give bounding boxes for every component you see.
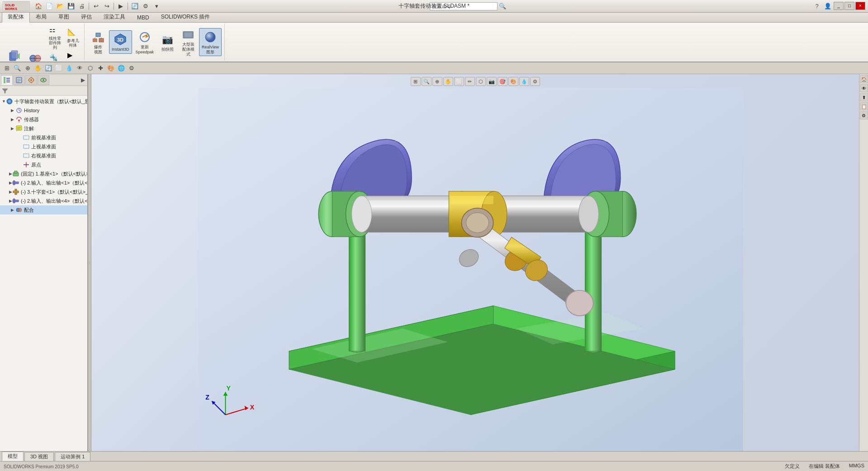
config-tab[interactable]: [25, 75, 37, 85]
redo-btn[interactable]: ↪: [102, 2, 112, 11]
scene-btn[interactable]: 🌐: [116, 64, 126, 73]
explode-view-btn[interactable]: 爆炸视图: [88, 28, 108, 57]
help-btn[interactable]: ?: [812, 2, 822, 11]
tab-sketch[interactable]: 草图: [52, 11, 75, 22]
section-view-btn[interactable]: ⬡: [85, 64, 95, 73]
tab-mbd[interactable]: MBD: [131, 13, 155, 22]
vp-zoom2-btn[interactable]: ⊕: [432, 77, 442, 86]
vp-zoom-btn[interactable]: 🔍: [422, 77, 432, 86]
tree-sensors[interactable]: ▶ 传感器: [0, 115, 87, 124]
mate-btn[interactable]: 配合: [25, 49, 45, 62]
tree-root[interactable]: ▼ 十字轴套传动装置（默认<默认_显示状态: [0, 97, 87, 106]
mates-expander: ▶: [9, 208, 15, 212]
root-expander: ▼: [2, 99, 6, 104]
tab-layout[interactable]: 布局: [30, 11, 52, 22]
tab-assembly[interactable]: 装配体: [2, 11, 30, 23]
rotate-btn[interactable]: 🔄: [43, 64, 53, 73]
search-icon[interactable]: 🔍: [498, 2, 508, 11]
instant3d-btn[interactable]: 3D Instant3D: [109, 30, 132, 54]
save-btn[interactable]: 💾: [66, 2, 76, 11]
front-plane-label: 前视基准面: [31, 134, 56, 141]
dropdown-btn[interactable]: ▾: [152, 2, 161, 11]
new-motion-btn[interactable]: ▶ 新建运动算例: [64, 50, 81, 62]
svg-text:Y: Y: [226, 384, 231, 391]
reference-geometry-btn[interactable]: 📐 参考几何体: [64, 27, 81, 49]
tree-right-plane[interactable]: 右视基准面: [0, 151, 87, 160]
appearance-btn[interactable]: 🎨: [106, 64, 116, 73]
insert-part-btn[interactable]: 插入零部件: [5, 47, 24, 62]
options-qa-btn[interactable]: ⚙: [141, 2, 151, 11]
tab-render[interactable]: 渲染工具: [98, 11, 131, 22]
vp-target-btn[interactable]: 🎯: [498, 77, 508, 86]
rs-up-btn[interactable]: ⬆: [860, 93, 868, 101]
history-label: History: [24, 108, 39, 113]
root-icon: [6, 98, 13, 105]
panel-expand-btn[interactable]: ▶: [79, 76, 86, 84]
annotations-expander: ▶: [9, 126, 15, 131]
tree-part4[interactable]: ▶ (-) 2.输入、输出轴<4>（默认<默: [0, 196, 87, 205]
vp-display-btn[interactable]: ⬡: [476, 77, 486, 86]
close-btn[interactable]: ×: [855, 2, 865, 10]
vp-fit-btn[interactable]: ⊞: [411, 77, 421, 86]
fit-all-btn[interactable]: ⊞: [2, 64, 12, 73]
select-btn[interactable]: ▶: [116, 2, 126, 11]
minimize-btn[interactable]: _: [834, 2, 844, 10]
display-tab[interactable]: [38, 75, 49, 85]
tab-evaluate[interactable]: 评估: [75, 11, 98, 22]
tab-3dview[interactable]: 3D 视图: [24, 452, 54, 461]
view-orient-btn[interactable]: ⬜: [54, 64, 64, 73]
3d-model-view: X Y Z: [91, 88, 850, 451]
vp-appear-btn[interactable]: 💧: [519, 77, 529, 86]
svg-rect-22: [6, 80, 10, 81]
linear-array-btn[interactable]: ⚏ 线性零部件阵列: [46, 24, 63, 52]
tab-motion[interactable]: 运动算例 1: [55, 452, 90, 461]
vp-color-btn[interactable]: 🎨: [508, 77, 518, 86]
rebuild-btn[interactable]: 🔄: [130, 2, 140, 11]
property-tab[interactable]: [13, 75, 25, 85]
rs-view-btn[interactable]: 👁: [860, 84, 868, 92]
rs-prop-btn[interactable]: 📋: [860, 102, 868, 110]
account-btn[interactable]: 👤: [823, 2, 833, 11]
tree-front-plane[interactable]: 前视基准面: [0, 133, 87, 142]
pan-btn[interactable]: ✋: [33, 64, 43, 73]
vp-pan-btn[interactable]: ✋: [443, 77, 453, 86]
tree-part1[interactable]: ▶ (固定) 1.基座<1>（默认<默认>_显: [0, 169, 87, 178]
tree-annotations[interactable]: ▶ 注解: [0, 124, 87, 133]
hide-show-btn[interactable]: 👁: [75, 64, 85, 73]
print-btn[interactable]: 🖨: [77, 2, 87, 11]
display-style-btn[interactable]: 💧: [64, 64, 74, 73]
tree-part3[interactable]: ▶ (-) 3.十字套<1>（默认<默认>_显: [0, 187, 87, 196]
feature-tree-tab[interactable]: [1, 75, 13, 85]
realview-btn[interactable]: RealView图形: [199, 28, 222, 57]
home-btn[interactable]: 🏠: [33, 2, 43, 11]
undo-btn[interactable]: ↩: [91, 2, 101, 11]
viewport[interactable]: ⊞ 🔍 ⊕ ✋ ⬜ ✏ ⬡ 📷 🎯 🎨 💧 ⚙: [91, 74, 859, 451]
vp-settings-btn[interactable]: ⚙: [530, 77, 540, 86]
snapshot-btn[interactable]: 📷 拍快照: [157, 30, 177, 54]
zoom2-btn[interactable]: ⊕: [23, 64, 33, 73]
rs-config-btn[interactable]: ⚙: [860, 111, 868, 119]
speedpak-btn[interactable]: 更新Speedpak: [133, 28, 157, 57]
view-settings-btn[interactable]: ⚙: [127, 64, 137, 73]
tree-history[interactable]: ▶ History: [0, 106, 87, 115]
panel-resize-handle[interactable]: ⋮: [88, 74, 91, 451]
rs-home-btn[interactable]: 🏠: [860, 75, 868, 83]
temp-axes-btn[interactable]: ✚: [95, 64, 105, 73]
zoom-btn[interactable]: 🔍: [12, 64, 22, 73]
vp-sketch-btn[interactable]: ✏: [465, 77, 475, 86]
bottom-tab-bar: 模型 3D 视图 运动算例 1: [0, 451, 868, 461]
vp-camera-btn[interactable]: 📷: [487, 77, 497, 86]
tab-plugins[interactable]: SOLIDWORKS 插件: [155, 11, 216, 22]
tree-mates[interactable]: ▶ 配合: [0, 205, 87, 214]
new-btn[interactable]: 📄: [44, 2, 54, 11]
tree-top-plane[interactable]: 上视基准面: [0, 142, 87, 151]
large-assembly-btn[interactable]: 大型装配体模式: [178, 25, 198, 58]
smart-fastener-btn[interactable]: 🔩 智能扣件: [46, 52, 63, 62]
restore-btn[interactable]: □: [844, 2, 854, 10]
svg-point-53: [25, 164, 27, 166]
tree-part2[interactable]: ▶ (-) 2.输入、输出轴<1>（默认<默: [0, 178, 87, 187]
tree-origin[interactable]: 原点: [0, 160, 87, 169]
open-btn[interactable]: 📂: [55, 2, 65, 11]
tab-model[interactable]: 模型: [2, 452, 24, 461]
vp-orient-btn[interactable]: ⬜: [454, 77, 464, 86]
